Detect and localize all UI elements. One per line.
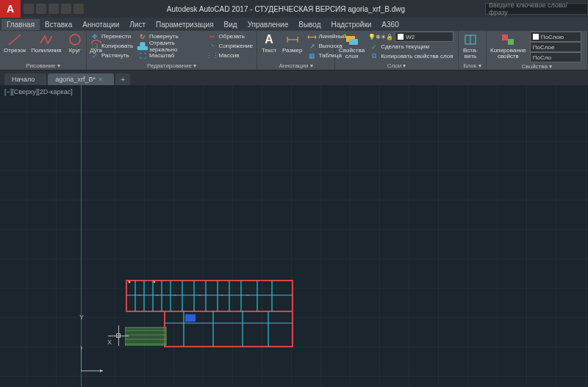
layer-properties-button[interactable]: Свойства слоя — [337, 32, 366, 60]
quick-access-toolbar — [21, 4, 87, 14]
layer-properties-icon — [344, 32, 360, 47]
text-icon: A — [261, 32, 277, 47]
dim-icon — [284, 32, 301, 47]
make-current-button[interactable]: ✓Сделать текущим — [368, 42, 456, 51]
vertical-guide — [81, 85, 82, 387]
svg-rect-9 — [502, 35, 508, 40]
svg-line-0 — [9, 35, 21, 45]
search-input[interactable]: Введите ключевое слово/фразу — [485, 3, 588, 15]
insert-block-button[interactable]: Вста- вить — [461, 32, 480, 60]
panel-block: Вста- вить Блок ▾ — [459, 31, 487, 70]
ucs-x-label: X — [107, 339, 112, 346]
tab-insert[interactable]: Вставка — [40, 19, 77, 30]
stretch-icon: ⤢ — [90, 52, 99, 59]
qat-save-icon[interactable] — [49, 4, 59, 14]
layer-state-icons[interactable]: 💡❄☀🔒 — [368, 34, 393, 40]
text-button[interactable]: A Текст — [259, 32, 279, 54]
make-current-icon: ✓ — [370, 43, 379, 51]
ribbon-tabs: Главная Вставка Аннотации Лист Параметри… — [0, 18, 588, 31]
drawing-area[interactable]: [−][Сверху][2D-каркас] — [0, 85, 588, 387]
match-layer-icon: ⧉ — [370, 53, 379, 60]
tab-addins[interactable]: Надстройки — [326, 19, 376, 30]
file-tabs: Начало agoria_xrf_B*× + — [0, 70, 588, 85]
tab-main[interactable]: Главная — [1, 19, 40, 30]
ucs-y-label: Y — [79, 314, 84, 321]
line-button[interactable]: Отрезок — [2, 32, 27, 54]
fillet-button[interactable]: ◝Сопряжение — [207, 41, 254, 51]
close-icon[interactable]: × — [98, 76, 102, 83]
svg-rect-39 — [125, 328, 166, 345]
qat-open-icon[interactable] — [36, 4, 46, 14]
match-properties-button[interactable]: Копирование свойств — [489, 32, 528, 60]
polyline-icon — [38, 32, 54, 47]
circle-icon — [67, 32, 83, 47]
mirror-button[interactable]: ▟▙Отразить зеркально — [137, 41, 204, 51]
svg-rect-38 — [185, 314, 196, 322]
scale-button[interactable]: ⛶Масштаб — [137, 51, 204, 60]
window-title: Autodesk AutoCAD 2017 - СТУДЕНЧЕСКАЯ ВЕР… — [87, 5, 485, 13]
copy-button[interactable]: ❏Копировать — [89, 41, 135, 51]
tab-manage[interactable]: Управление — [243, 19, 294, 30]
svg-point-45 — [129, 281, 131, 283]
file-tab-document[interactable]: agoria_xrf_B*× — [48, 73, 114, 85]
layer-combo[interactable]: W2 — [395, 32, 453, 42]
move-icon: ✥ — [90, 33, 99, 40]
scale-icon: ⛶ — [138, 52, 147, 59]
floor-plan-drawing — [125, 279, 294, 349]
svg-rect-6 — [349, 39, 358, 45]
app-logo[interactable]: A — [0, 0, 21, 18]
panel-modify: ✥Перенести ❏Копировать ⤢Растянуть ↻Повер… — [87, 31, 257, 70]
circle-button[interactable]: Круг — [65, 32, 85, 54]
svg-point-1 — [70, 35, 80, 45]
svg-point-46 — [154, 281, 155, 283]
copy-icon: ❏ — [90, 43, 99, 50]
svg-rect-10 — [508, 39, 514, 45]
panel-layers-title[interactable]: Слои ▾ — [337, 62, 456, 69]
tab-a360[interactable]: A360 — [376, 19, 404, 30]
qat-redo-icon[interactable] — [74, 4, 84, 14]
fillet-icon: ◝ — [208, 43, 217, 50]
panel-draw-title[interactable]: Рисование ▾ — [2, 62, 84, 69]
file-tab-start[interactable]: Начало — [4, 73, 46, 85]
tab-annotate[interactable]: Аннотации — [77, 19, 124, 30]
move-button[interactable]: ✥Перенести — [89, 32, 135, 41]
panel-annotation-title[interactable]: Аннотации ▾ — [259, 62, 332, 69]
mirror-icon: ▟▙ — [138, 43, 147, 50]
insert-block-icon — [462, 32, 478, 47]
linetype-combo[interactable]: ПоСло — [530, 52, 581, 62]
grid — [0, 85, 588, 387]
qat-new-icon[interactable] — [24, 4, 34, 14]
title-bar: A Autodesk AutoCAD 2017 - СТУДЕНЧЕСКАЯ В… — [0, 0, 588, 18]
tab-layout[interactable]: Лист — [124, 19, 151, 30]
panel-block-title[interactable]: Блок ▾ — [461, 62, 484, 69]
match-properties-icon — [500, 32, 516, 47]
trim-icon: ✂ — [208, 33, 217, 40]
panel-layers: Свойства слоя 💡❄☀🔒 W2 ✓Сделать текущим ⧉… — [335, 31, 459, 70]
array-button[interactable]: ⋮⋮Массив — [207, 51, 254, 60]
tab-output[interactable]: Вывод — [293, 19, 326, 30]
new-tab-button[interactable]: + — [115, 73, 130, 85]
rotate-icon: ↻ — [138, 33, 147, 40]
panel-draw: Отрезок Полилиния Круг Дуга Рисование ▾ — [0, 31, 87, 70]
stretch-button[interactable]: ⤢Растянуть — [89, 51, 135, 60]
panel-properties-title[interactable]: Свойства ▾ — [489, 62, 585, 70]
trim-button[interactable]: ✂Обрезать — [207, 32, 254, 41]
dimension-button[interactable]: Размер — [281, 32, 304, 54]
qat-undo-icon[interactable] — [61, 4, 71, 14]
polyline-button[interactable]: Полилиния — [29, 32, 63, 54]
match-layer-button[interactable]: ⧉Копировать свойства слоя — [368, 51, 456, 61]
panel-properties: Копирование свойств ПоСлою ПоСлое ПоСло … — [487, 31, 588, 70]
ucs-icon[interactable]: Y X — [81, 343, 110, 374]
tab-view[interactable]: Вид — [219, 19, 243, 30]
table-icon: ▦ — [308, 52, 317, 59]
leader-icon: ↗ — [308, 43, 317, 50]
panel-annotation: A Текст Размер ⟷Линейный ↗Выноска ▦Табли… — [257, 31, 335, 70]
ribbon: Отрезок Полилиния Круг Дуга Рисование ▾ … — [0, 31, 588, 70]
tab-parametric[interactable]: Параметризация — [151, 19, 219, 30]
line-icon — [7, 32, 23, 47]
color-combo[interactable]: ПоСлою — [530, 32, 581, 42]
search-placeholder: Введите ключевое слово/фразу — [489, 1, 584, 16]
view-controls[interactable]: [−][Сверху][2D-каркас] — [4, 88, 73, 95]
panel-modify-title[interactable]: Редактирование ▾ — [89, 62, 254, 69]
lineweight-combo[interactable]: ПоСлое — [530, 42, 581, 52]
